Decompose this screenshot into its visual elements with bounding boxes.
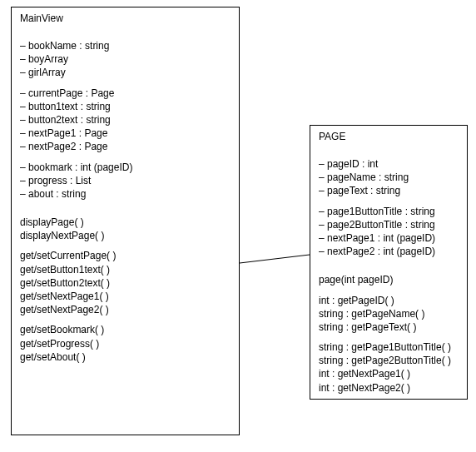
attr: – button1text : string bbox=[20, 100, 231, 113]
separator: _____________________________ bbox=[319, 144, 459, 154]
attr: – bookName : string bbox=[20, 39, 231, 52]
attr: – nextPage1 : Page bbox=[20, 127, 231, 140]
uml-canvas: MainView _______________________________… bbox=[0, 0, 476, 452]
method: get/setBookmark( ) bbox=[20, 323, 231, 336]
attr: – page2ButtonTitle : string bbox=[319, 218, 459, 231]
constructor: page(int pageID) bbox=[319, 273, 459, 286]
separator: ________________________________________… bbox=[20, 26, 231, 36]
method: get/setAbout( ) bbox=[20, 350, 231, 364]
method: get/setNextPage1( ) bbox=[20, 290, 231, 303]
attr: – pageName : string bbox=[319, 171, 459, 184]
svg-line-0 bbox=[240, 255, 310, 263]
attr: – progress : List bbox=[20, 174, 231, 187]
method: string : getPage2ButtonTitle( ) bbox=[319, 354, 459, 367]
attr: – nextPage1 : int (pageID) bbox=[319, 231, 459, 245]
attr: – page1ButtonTitle : string bbox=[319, 205, 459, 218]
method: string : getPageText( ) bbox=[319, 320, 459, 334]
separator: _____________________________ bbox=[319, 260, 459, 270]
class-page: PAGE _____________________________ – pag… bbox=[310, 125, 468, 400]
attr: – boyArray bbox=[20, 52, 231, 66]
method: get/setProgress( ) bbox=[20, 337, 231, 350]
attr: – girlArray bbox=[20, 66, 231, 79]
attr: – about : string bbox=[20, 187, 231, 201]
attr: – button2text : string bbox=[20, 113, 231, 127]
attr: – nextPage2 : Page bbox=[20, 140, 231, 153]
method: int : getNextPage2( ) bbox=[319, 381, 459, 395]
attr: – pageText : string bbox=[319, 184, 459, 197]
attr: – currentPage : Page bbox=[20, 87, 231, 100]
method: displayPage( ) bbox=[20, 216, 231, 229]
method: get/setCurrentPage( ) bbox=[20, 249, 231, 262]
class-mainview: MainView _______________________________… bbox=[11, 7, 240, 435]
attr: – pageID : int bbox=[319, 157, 459, 171]
method: get/setNextPage2( ) bbox=[20, 303, 231, 316]
separator: ________________________________________… bbox=[20, 202, 231, 212]
method: string : getPageName( ) bbox=[319, 307, 459, 320]
method: int : getPageID( ) bbox=[319, 294, 459, 307]
attr: – bookmark : int (pageID) bbox=[20, 161, 231, 174]
class-title: MainView bbox=[20, 12, 231, 24]
method: int : getNextPage1( ) bbox=[319, 367, 459, 380]
method: string : getPage1ButtonTitle( ) bbox=[319, 340, 459, 354]
method: get/setButton2text( ) bbox=[20, 276, 231, 290]
attr: – nextPage2 : int (pageID) bbox=[319, 245, 459, 258]
method: get/setButton1text( ) bbox=[20, 263, 231, 276]
class-title: PAGE bbox=[319, 131, 459, 142]
method: displayNextPage( ) bbox=[20, 229, 231, 242]
